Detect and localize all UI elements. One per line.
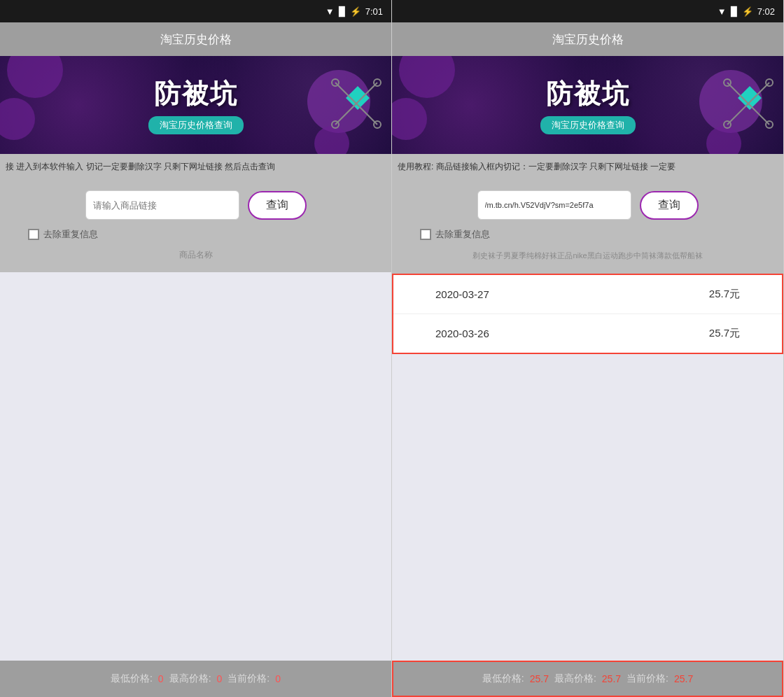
current-label-right: 当前价格: [626,673,668,685]
current-label-left: 当前价格: [227,673,270,685]
query-button-left[interactable]: 查询 [248,191,307,220]
content-area-left [0,272,391,661]
signal-icon-left: ▉ [339,6,346,17]
banner-text-left: 防被坑 淘宝历史价格查询 [148,76,244,134]
bottom-bar-right: 最低价格: 25.7 最高价格: 25.7 当前价格: 25.7 [392,661,783,697]
svg-rect-0 [346,86,370,110]
right-panel: ▼ ▉ ⚡ 7:02 淘宝历史价格 防被坑 淘宝历史价格查询 [392,0,784,697]
input-area-left: 查询 去除重复信息 商品名称 [0,179,391,272]
max-label-left: 最高价格: [169,673,211,685]
min-value-right: 25.7 [530,673,549,684]
min-value-left: 0 [158,673,164,684]
price-table-right: 2020-03-27 25.7元 2020-03-26 25.7元 [392,274,783,354]
max-value-left: 0 [217,673,223,684]
top-bar-title-left: 淘宝历史价格 [160,31,232,48]
top-bar-left: 淘宝历史价格 [0,22,391,56]
scroll-text-left: 接 进入到本软件输入 切记一定要删除汉字 只剩下网址链接 然后点击查询 [0,154,391,179]
price-date-1: 2020-03-26 [435,328,489,339]
time-right: 7:02 [757,6,775,17]
input-area-right: 查询 去除重复信息 剃史袜子男夏季纯棉好袜正品nike黑白运动跑步中筒袜薄款低帮… [392,179,783,274]
url-input-left[interactable] [85,190,239,220]
banner-sub-text-right: 淘宝历史价格查询 [540,116,636,134]
current-value-left: 0 [275,673,281,684]
battery-icon-right: ⚡ [742,6,753,17]
product-name-left: 商品名称 [179,249,213,261]
max-value-right: 25.7 [602,673,621,684]
checkbox-row-left: 去除重复信息 [28,228,98,241]
max-label-right: 最高价格: [554,673,596,685]
product-desc-right: 剃史袜子男夏季纯棉好袜正品nike黑白运动跑步中筒袜薄款低帮船袜 [467,249,708,262]
top-bar-title-right: 淘宝历史价格 [552,31,624,48]
current-value-right: 25.7 [674,673,693,684]
price-row-1: 2020-03-26 25.7元 [393,314,782,353]
status-bar-right: ▼ ▉ ⚡ 7:02 [392,0,783,22]
checkbox-label-right: 去除重复信息 [435,228,490,241]
price-row-0: 2020-03-27 25.7元 [393,275,782,314]
min-label-right: 最低价格: [482,673,524,685]
checkbox-left[interactable] [28,229,39,240]
url-input-right[interactable] [477,190,631,220]
banner-main-text-left: 防被坑 [148,76,244,112]
input-row-right: 查询 [406,190,769,220]
cross-decoration-left [328,69,384,139]
time-left: 7:01 [365,6,383,17]
circle-r2 [392,98,427,140]
cross-decoration-right [720,69,776,139]
left-panel: ▼ ▉ ⚡ 7:01 淘宝历史价格 防被坑 淘宝历史价格查询 [0,0,392,697]
content-area-right: 2020-03-27 25.7元 2020-03-26 25.7元 [392,274,783,661]
min-label-left: 最低价格: [111,673,153,685]
bottom-bar-left: 最低价格: 0 最高价格: 0 当前价格: 0 [0,661,391,697]
checkbox-right[interactable] [420,229,431,240]
wifi-icon-left: ▼ [326,6,335,17]
input-row-left: 查询 [14,190,377,220]
top-bar-right: 淘宝历史价格 [392,22,783,56]
price-date-0: 2020-03-27 [435,288,489,300]
banner-left: 防被坑 淘宝历史价格查询 [0,56,391,154]
query-button-right[interactable]: 查询 [640,191,699,220]
banner-decoration-left [328,69,384,141]
banner-text-right: 防被坑 淘宝历史价格查询 [540,76,636,134]
price-value-1: 25.7元 [709,327,740,340]
banner-sub-text-left: 淘宝历史价格查询 [148,116,244,134]
checkbox-row-right: 去除重复信息 [420,228,490,241]
scroll-text-right: 使用教程: 商品链接输入框内切记：一定要删除汉字 只剩下网址链接 一定要 [392,154,783,179]
battery-icon-left: ⚡ [350,6,361,17]
price-value-0: 25.7元 [709,288,740,301]
banner-right: 防被坑 淘宝历史价格查询 [392,56,783,154]
wifi-icon-right: ▼ [718,6,727,17]
banner-main-text-right: 防被坑 [540,76,636,112]
status-bar-left: ▼ ▉ ⚡ 7:01 [0,0,391,22]
checkbox-label-left: 去除重复信息 [43,228,98,241]
circle-2 [0,98,35,140]
banner-decoration-right [720,69,776,141]
circle-r1 [399,56,455,98]
circle-1 [7,56,63,98]
signal-icon-right: ▉ [731,6,738,17]
svg-rect-7 [738,86,762,110]
